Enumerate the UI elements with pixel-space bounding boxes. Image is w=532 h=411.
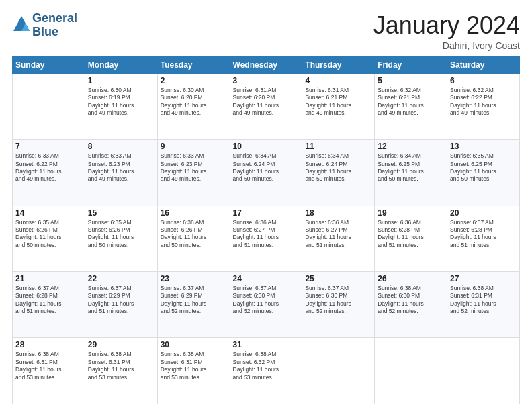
cell-info: Sunrise: 6:36 AMSunset: 6:26 PMDaylight:… <box>161 219 227 250</box>
calendar-week-2: 14Sunrise: 6:35 AMSunset: 6:26 PMDayligh… <box>13 205 520 271</box>
day-number: 15 <box>88 208 154 218</box>
day-number: 7 <box>15 142 82 151</box>
day-number: 5 <box>378 76 444 85</box>
day-number: 28 <box>15 340 82 349</box>
cell-info: Sunrise: 6:34 AMSunset: 6:24 PMDaylight:… <box>233 152 300 183</box>
title-block: January 2024 Dahiri, Ivory Coast <box>373 12 520 51</box>
cell-info: Sunrise: 6:33 AMSunset: 6:22 PMDaylight:… <box>15 152 82 183</box>
cell-info: Sunrise: 6:36 AMSunset: 6:27 PMDaylight:… <box>305 219 371 250</box>
cell-info: Sunrise: 6:35 AMSunset: 6:26 PMDaylight:… <box>88 219 154 250</box>
cell-info: Sunrise: 6:38 AMSunset: 6:30 PMDaylight:… <box>378 285 444 316</box>
day-number: 12 <box>378 142 444 151</box>
cell-info: Sunrise: 6:35 AMSunset: 6:25 PMDaylight:… <box>450 152 517 183</box>
logo-line1: General <box>32 12 77 26</box>
month-title: January 2024 <box>373 12 520 39</box>
cell-info: Sunrise: 6:38 AMSunset: 6:31 PMDaylight:… <box>15 351 82 381</box>
cell-info: Sunrise: 6:38 AMSunset: 6:31 PMDaylight:… <box>88 351 154 381</box>
day-number: 26 <box>378 274 444 283</box>
cell-info: Sunrise: 6:37 AMSunset: 6:28 PMDaylight:… <box>450 219 517 250</box>
cell-info: Sunrise: 6:33 AMSunset: 6:23 PMDaylight:… <box>161 152 227 183</box>
calendar-cell: 2Sunrise: 6:30 AMSunset: 6:20 PMDaylight… <box>157 73 230 139</box>
cell-info: Sunrise: 6:37 AMSunset: 6:29 PMDaylight:… <box>88 285 154 316</box>
calendar-cell: 12Sunrise: 6:34 AMSunset: 6:25 PMDayligh… <box>375 140 447 205</box>
day-number: 27 <box>450 274 517 283</box>
calendar-cell: 20Sunrise: 6:37 AMSunset: 6:28 PMDayligh… <box>447 205 520 271</box>
day-number: 11 <box>305 142 371 151</box>
cell-info: Sunrise: 6:32 AMSunset: 6:22 PMDaylight:… <box>450 87 517 118</box>
cell-info: Sunrise: 6:37 AMSunset: 6:28 PMDaylight:… <box>15 285 82 316</box>
calendar-cell: 26Sunrise: 6:38 AMSunset: 6:30 PMDayligh… <box>375 272 447 338</box>
day-number: 1 <box>88 76 154 85</box>
day-number: 17 <box>233 208 300 218</box>
calendar-cell <box>447 338 520 404</box>
calendar-cell: 29Sunrise: 6:38 AMSunset: 6:31 PMDayligh… <box>85 338 157 404</box>
cell-info: Sunrise: 6:32 AMSunset: 6:21 PMDaylight:… <box>378 87 444 118</box>
calendar-cell: 18Sunrise: 6:36 AMSunset: 6:27 PMDayligh… <box>302 205 375 271</box>
logo-line2: Blue <box>32 26 77 39</box>
calendar-table: SundayMondayTuesdayWednesdayThursdayFrid… <box>12 56 520 404</box>
logo-icon <box>12 15 31 34</box>
calendar-week-4: 28Sunrise: 6:38 AMSunset: 6:31 PMDayligh… <box>13 338 520 404</box>
calendar-cell: 25Sunrise: 6:37 AMSunset: 6:30 PMDayligh… <box>302 272 375 338</box>
day-number: 9 <box>161 142 227 151</box>
header: General Blue January 2024 Dahiri, Ivory … <box>12 12 520 51</box>
col-header-tuesday: Tuesday <box>157 56 230 73</box>
day-number: 6 <box>450 76 517 85</box>
cell-info: Sunrise: 6:30 AMSunset: 6:19 PMDaylight:… <box>88 87 154 118</box>
day-number: 19 <box>378 208 444 218</box>
day-number: 8 <box>88 142 154 151</box>
calendar-cell <box>302 338 375 404</box>
calendar-cell: 14Sunrise: 6:35 AMSunset: 6:26 PMDayligh… <box>13 205 85 271</box>
calendar-cell: 1Sunrise: 6:30 AMSunset: 6:19 PMDaylight… <box>85 73 157 139</box>
cell-info: Sunrise: 6:38 AMSunset: 6:31 PMDaylight:… <box>161 351 227 381</box>
calendar-cell: 24Sunrise: 6:37 AMSunset: 6:30 PMDayligh… <box>230 272 302 338</box>
day-number: 16 <box>161 208 227 218</box>
calendar-cell: 19Sunrise: 6:36 AMSunset: 6:28 PMDayligh… <box>375 205 447 271</box>
calendar-cell: 9Sunrise: 6:33 AMSunset: 6:23 PMDaylight… <box>157 140 230 205</box>
cell-info: Sunrise: 6:37 AMSunset: 6:29 PMDaylight:… <box>161 285 227 316</box>
calendar-cell: 8Sunrise: 6:33 AMSunset: 6:23 PMDaylight… <box>85 140 157 205</box>
cell-info: Sunrise: 6:35 AMSunset: 6:26 PMDaylight:… <box>15 219 82 250</box>
logo-text: General Blue <box>32 12 77 39</box>
day-number: 4 <box>305 76 371 85</box>
calendar-cell: 5Sunrise: 6:32 AMSunset: 6:21 PMDaylight… <box>375 73 447 139</box>
location: Dahiri, Ivory Coast <box>373 40 520 51</box>
calendar-cell: 7Sunrise: 6:33 AMSunset: 6:22 PMDaylight… <box>13 140 85 205</box>
cell-info: Sunrise: 6:37 AMSunset: 6:30 PMDaylight:… <box>233 285 300 316</box>
cell-info: Sunrise: 6:34 AMSunset: 6:25 PMDaylight:… <box>378 152 444 183</box>
cell-info: Sunrise: 6:30 AMSunset: 6:20 PMDaylight:… <box>161 87 227 118</box>
col-header-thursday: Thursday <box>302 56 375 73</box>
logo: General Blue <box>12 12 77 39</box>
day-number: 25 <box>305 274 371 283</box>
calendar-cell: 22Sunrise: 6:37 AMSunset: 6:29 PMDayligh… <box>85 272 157 338</box>
calendar-cell: 16Sunrise: 6:36 AMSunset: 6:26 PMDayligh… <box>157 205 230 271</box>
day-number: 3 <box>233 76 300 85</box>
cell-info: Sunrise: 6:31 AMSunset: 6:20 PMDaylight:… <box>233 87 300 118</box>
day-number: 14 <box>15 208 82 218</box>
col-header-friday: Friday <box>375 56 447 73</box>
calendar-cell: 11Sunrise: 6:34 AMSunset: 6:24 PMDayligh… <box>302 140 375 205</box>
day-number: 21 <box>15 274 82 283</box>
calendar-cell: 4Sunrise: 6:31 AMSunset: 6:21 PMDaylight… <box>302 73 375 139</box>
calendar-cell: 3Sunrise: 6:31 AMSunset: 6:20 PMDaylight… <box>230 73 302 139</box>
day-number: 2 <box>161 76 227 85</box>
calendar-cell: 21Sunrise: 6:37 AMSunset: 6:28 PMDayligh… <box>13 272 85 338</box>
day-number: 24 <box>233 274 300 283</box>
cell-info: Sunrise: 6:36 AMSunset: 6:27 PMDaylight:… <box>233 219 300 250</box>
calendar-cell <box>375 338 447 404</box>
calendar-cell: 13Sunrise: 6:35 AMSunset: 6:25 PMDayligh… <box>447 140 520 205</box>
day-number: 30 <box>161 340 227 349</box>
cell-info: Sunrise: 6:31 AMSunset: 6:21 PMDaylight:… <box>305 87 371 118</box>
day-number: 10 <box>233 142 300 151</box>
calendar-cell: 6Sunrise: 6:32 AMSunset: 6:22 PMDaylight… <box>447 73 520 139</box>
calendar-week-1: 7Sunrise: 6:33 AMSunset: 6:22 PMDaylight… <box>13 140 520 205</box>
calendar-cell: 30Sunrise: 6:38 AMSunset: 6:31 PMDayligh… <box>157 338 230 404</box>
calendar-cell: 31Sunrise: 6:38 AMSunset: 6:32 PMDayligh… <box>230 338 302 404</box>
day-number: 31 <box>233 340 300 349</box>
calendar-cell: 10Sunrise: 6:34 AMSunset: 6:24 PMDayligh… <box>230 140 302 205</box>
calendar-header-row: SundayMondayTuesdayWednesdayThursdayFrid… <box>13 56 520 73</box>
cell-info: Sunrise: 6:38 AMSunset: 6:31 PMDaylight:… <box>450 285 517 316</box>
day-number: 22 <box>88 274 154 283</box>
cell-info: Sunrise: 6:33 AMSunset: 6:23 PMDaylight:… <box>88 152 154 183</box>
page: General Blue January 2024 Dahiri, Ivory … <box>0 0 532 411</box>
